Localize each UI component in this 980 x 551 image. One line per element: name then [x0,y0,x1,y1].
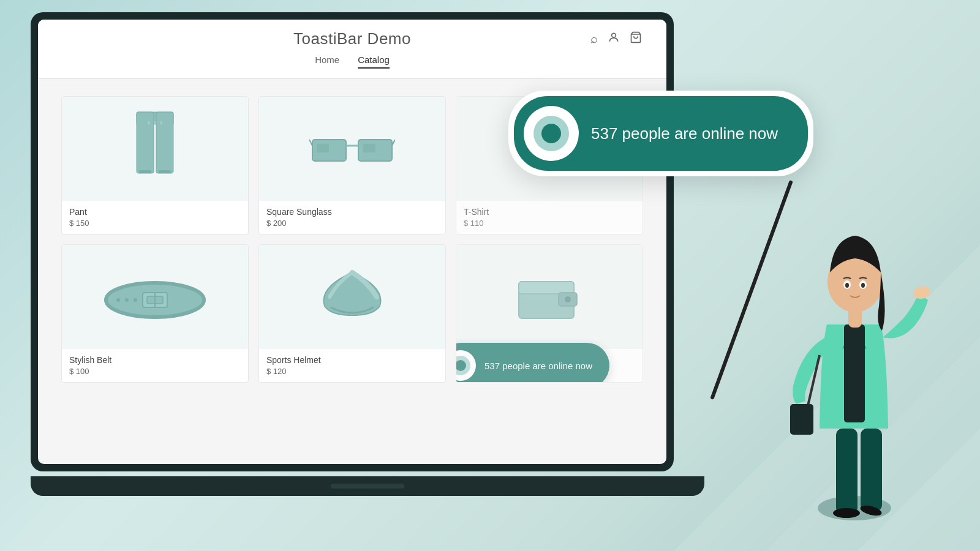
toast-dot-inner-small [456,360,466,371]
product-price-tshirt: $ 110 [464,219,635,228]
svg-rect-11 [139,170,151,173]
person-illustration [747,153,962,551]
product-info-sunglass: Square Sunglass $ 200 [259,201,445,234]
svg-rect-19 [363,144,375,152]
toast-dot-mid-small [456,356,470,375]
product-name-sunglass: Square Sunglass [266,207,438,217]
product-price-pant: $ 150 [69,219,241,228]
store-nav: Home Catalog [315,54,390,69]
toast-dot-outer-small [456,352,474,379]
svg-rect-34 [861,429,882,511]
svg-point-25 [116,298,120,302]
toast-dot-inner-large [541,124,561,143]
product-image-pant [62,97,248,201]
svg-point-35 [833,508,860,518]
svg-point-3 [612,33,616,37]
sunglass-icon [309,127,395,170]
laptop-notch [331,484,404,489]
product-name-belt: Stylish Belt [69,355,241,365]
nav-catalog[interactable]: Catalog [358,54,390,69]
product-image-sunglass [259,97,445,201]
product-info-tshirt: T-Shirt $ 110 [456,201,643,234]
search-icon[interactable]: ⌕ [590,32,598,46]
laptop-screen: ToastiBar Demo ⌕ [38,20,666,464]
wallet-icon [510,263,589,331]
product-card-sunglass[interactable]: Square Sunglass $ 200 [258,96,446,234]
svg-rect-7 [156,112,173,173]
svg-rect-6 [137,112,154,173]
svg-rect-18 [317,144,329,152]
product-card-pant[interactable]: Pant $ 150 [61,96,249,234]
product-image-helmet [259,245,445,349]
svg-rect-33 [836,429,858,514]
toast-notification-large: 537 people are online now [508,91,813,176]
toast-avatar-large-outer [524,106,579,161]
svg-rect-46 [790,404,813,435]
svg-rect-37 [844,324,865,422]
svg-point-43 [845,283,849,288]
product-info-helmet: Sports Helmet $ 120 [259,349,445,382]
store-header-top: ToastiBar Demo ⌕ [62,29,642,48]
product-info-belt: Stylish Belt $ 100 [62,349,248,382]
product-name-tshirt: T-Shirt [464,207,635,217]
toast-text-small: 537 people are online now [484,361,592,371]
product-card-wallet[interactable]: 537 people are online now [456,244,643,383]
toast-notification-small: 537 people are online now [456,343,609,383]
user-icon[interactable] [608,31,620,47]
product-name-helmet: Sports Helmet [266,355,438,365]
product-image-wallet [456,245,643,349]
laptop-base [31,476,704,496]
product-name-pant: Pant [69,207,241,217]
svg-rect-12 [159,170,171,173]
product-card-belt[interactable]: Stylish Belt $ 100 [61,244,249,383]
nav-home[interactable]: Home [315,54,339,69]
product-card-helmet[interactable]: Sports Helmet $ 120 [258,244,446,383]
belt-icon [100,269,210,324]
svg-point-44 [861,283,865,288]
svg-point-31 [565,296,571,302]
pant-icon [124,109,186,189]
store-icons: ⌕ [590,31,642,47]
product-info-pant: Pant $ 150 [62,201,248,234]
laptop-wrapper: ToastiBar Demo ⌕ [31,12,704,514]
laptop-bezel: ToastiBar Demo ⌕ [31,12,674,471]
svg-point-38 [912,285,931,301]
product-image-belt [62,245,248,349]
store-header: ToastiBar Demo ⌕ [38,20,666,79]
product-price-helmet: $ 120 [266,367,438,376]
svg-rect-29 [519,282,574,294]
toast-text-large: 537 people are online now [591,124,778,143]
svg-point-27 [134,298,137,302]
helmet-icon [312,263,392,331]
cart-icon[interactable] [630,31,642,47]
svg-point-26 [125,298,129,302]
toast-avatar-small [456,350,476,381]
store-title: ToastiBar Demo [293,29,411,48]
product-price-sunglass: $ 200 [266,219,438,228]
product-price-belt: $ 100 [69,367,241,376]
